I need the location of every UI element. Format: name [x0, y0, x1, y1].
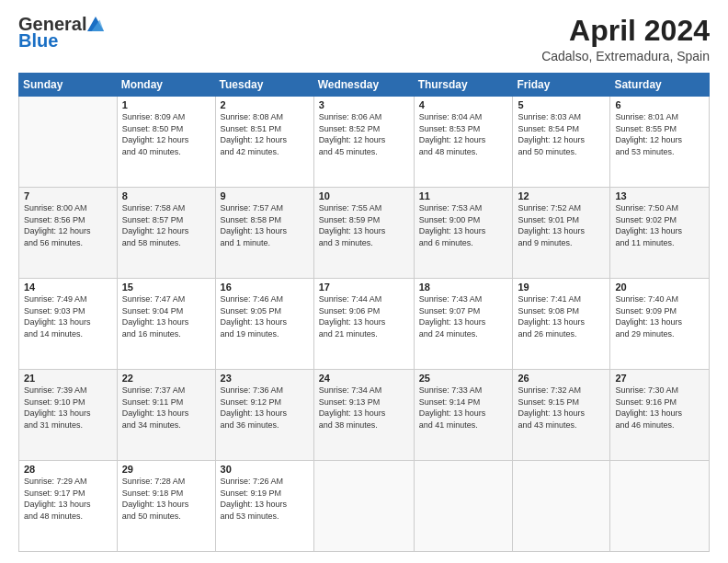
day-info: Sunrise: 8:00 AM Sunset: 8:56 PM Dayligh…	[24, 202, 112, 248]
day-number: 24	[319, 373, 409, 384]
day-info: Sunrise: 8:03 AM Sunset: 8:54 PM Dayligh…	[518, 111, 605, 157]
header-row: SundayMondayTuesdayWednesdayThursdayFrid…	[19, 74, 710, 97]
day-info: Sunrise: 8:08 AM Sunset: 8:51 PM Dayligh…	[221, 111, 309, 157]
day-cell	[610, 461, 710, 552]
day-cell: 24Sunrise: 7:34 AM Sunset: 9:13 PM Dayli…	[313, 370, 414, 461]
day-cell: 3Sunrise: 8:06 AM Sunset: 8:52 PM Daylig…	[313, 97, 414, 188]
day-info: Sunrise: 7:37 AM Sunset: 9:11 PM Dayligh…	[122, 385, 210, 431]
day-cell: 27Sunrise: 7:30 AM Sunset: 9:16 PM Dayli…	[610, 370, 710, 461]
day-number: 13	[615, 190, 704, 201]
day-info: Sunrise: 8:09 AM Sunset: 8:50 PM Dayligh…	[122, 111, 210, 157]
header-day-saturday: Saturday	[610, 74, 710, 97]
logo-blue-text: Blue	[18, 30, 58, 51]
day-info: Sunrise: 8:04 AM Sunset: 8:53 PM Dayligh…	[419, 111, 508, 157]
day-number: 10	[319, 190, 409, 201]
day-info: Sunrise: 7:53 AM Sunset: 9:00 PM Dayligh…	[419, 202, 508, 248]
day-cell: 12Sunrise: 7:52 AM Sunset: 9:01 PM Dayli…	[513, 188, 610, 279]
day-info: Sunrise: 7:50 AM Sunset: 9:02 PM Dayligh…	[615, 202, 704, 248]
day-number: 6	[615, 99, 704, 110]
header-day-sunday: Sunday	[19, 74, 118, 97]
day-info: Sunrise: 7:49 AM Sunset: 9:03 PM Dayligh…	[24, 293, 112, 339]
header-day-tuesday: Tuesday	[215, 74, 313, 97]
day-info: Sunrise: 7:30 AM Sunset: 9:16 PM Dayligh…	[615, 385, 704, 431]
day-cell	[513, 461, 610, 552]
day-cell: 1Sunrise: 8:09 AM Sunset: 8:50 PM Daylig…	[117, 97, 215, 188]
week-row-2: 14Sunrise: 7:49 AM Sunset: 9:03 PM Dayli…	[19, 279, 710, 370]
calendar-subtitle: Cadalso, Extremadura, Spain	[541, 49, 710, 63]
day-number: 5	[518, 99, 605, 110]
day-number: 29	[122, 464, 210, 475]
day-cell: 8Sunrise: 7:58 AM Sunset: 8:57 PM Daylig…	[117, 188, 215, 279]
day-cell: 21Sunrise: 7:39 AM Sunset: 9:10 PM Dayli…	[19, 370, 118, 461]
day-cell: 15Sunrise: 7:47 AM Sunset: 9:04 PM Dayli…	[117, 279, 215, 370]
day-info: Sunrise: 7:29 AM Sunset: 9:17 PM Dayligh…	[24, 476, 112, 522]
day-cell: 26Sunrise: 7:32 AM Sunset: 9:15 PM Dayli…	[513, 370, 610, 461]
day-cell	[414, 461, 513, 552]
day-info: Sunrise: 7:26 AM Sunset: 9:19 PM Dayligh…	[221, 476, 309, 522]
day-cell: 22Sunrise: 7:37 AM Sunset: 9:11 PM Dayli…	[117, 370, 215, 461]
week-row-3: 21Sunrise: 7:39 AM Sunset: 9:10 PM Dayli…	[19, 370, 710, 461]
day-cell: 30Sunrise: 7:26 AM Sunset: 9:19 PM Dayli…	[215, 461, 313, 552]
header-day-thursday: Thursday	[414, 74, 513, 97]
day-cell: 11Sunrise: 7:53 AM Sunset: 9:00 PM Dayli…	[414, 188, 513, 279]
calendar-title: April 2024	[541, 15, 710, 47]
day-cell: 6Sunrise: 8:01 AM Sunset: 8:55 PM Daylig…	[610, 97, 710, 188]
day-number: 28	[24, 464, 112, 475]
day-number: 17	[319, 282, 409, 293]
day-number: 7	[24, 190, 112, 201]
week-row-1: 7Sunrise: 8:00 AM Sunset: 8:56 PM Daylig…	[19, 188, 710, 279]
day-number: 25	[419, 373, 508, 384]
page: General Blue April 2024 Cadalso, Extrema…	[0, 0, 728, 563]
day-cell: 23Sunrise: 7:36 AM Sunset: 9:12 PM Dayli…	[215, 370, 313, 461]
day-info: Sunrise: 7:36 AM Sunset: 9:12 PM Dayligh…	[221, 385, 309, 431]
day-info: Sunrise: 7:55 AM Sunset: 8:59 PM Dayligh…	[319, 202, 409, 248]
day-number: 8	[122, 190, 210, 201]
day-cell: 29Sunrise: 7:28 AM Sunset: 9:18 PM Dayli…	[117, 461, 215, 552]
day-cell: 2Sunrise: 8:08 AM Sunset: 8:51 PM Daylig…	[215, 97, 313, 188]
day-info: Sunrise: 7:43 AM Sunset: 9:07 PM Dayligh…	[419, 293, 508, 339]
day-number: 20	[615, 282, 704, 293]
day-cell: 7Sunrise: 8:00 AM Sunset: 8:56 PM Daylig…	[19, 188, 118, 279]
day-cell: 25Sunrise: 7:33 AM Sunset: 9:14 PM Dayli…	[414, 370, 513, 461]
day-number: 26	[518, 373, 605, 384]
week-row-0: 1Sunrise: 8:09 AM Sunset: 8:50 PM Daylig…	[19, 97, 710, 188]
day-info: Sunrise: 8:06 AM Sunset: 8:52 PM Dayligh…	[319, 111, 409, 157]
day-cell: 17Sunrise: 7:44 AM Sunset: 9:06 PM Dayli…	[313, 279, 414, 370]
day-cell: 16Sunrise: 7:46 AM Sunset: 9:05 PM Dayli…	[215, 279, 313, 370]
day-number: 12	[518, 190, 605, 201]
day-cell: 28Sunrise: 7:29 AM Sunset: 9:17 PM Dayli…	[19, 461, 118, 552]
day-info: Sunrise: 8:01 AM Sunset: 8:55 PM Dayligh…	[615, 111, 704, 157]
header-day-wednesday: Wednesday	[313, 74, 414, 97]
header-day-friday: Friday	[513, 74, 610, 97]
day-info: Sunrise: 7:47 AM Sunset: 9:04 PM Dayligh…	[122, 293, 210, 339]
day-number: 23	[221, 373, 309, 384]
day-info: Sunrise: 7:33 AM Sunset: 9:14 PM Dayligh…	[419, 385, 508, 431]
day-number: 16	[221, 282, 309, 293]
day-cell: 19Sunrise: 7:41 AM Sunset: 9:08 PM Dayli…	[513, 279, 610, 370]
logo: General Blue	[18, 15, 104, 50]
header: General Blue April 2024 Cadalso, Extrema…	[18, 15, 710, 63]
day-number: 27	[615, 373, 704, 384]
day-number: 1	[122, 99, 210, 110]
day-info: Sunrise: 7:58 AM Sunset: 8:57 PM Dayligh…	[122, 202, 210, 248]
header-day-monday: Monday	[117, 74, 215, 97]
day-number: 11	[419, 190, 508, 201]
day-cell: 4Sunrise: 8:04 AM Sunset: 8:53 PM Daylig…	[414, 97, 513, 188]
day-info: Sunrise: 7:40 AM Sunset: 9:09 PM Dayligh…	[615, 293, 704, 339]
day-cell: 20Sunrise: 7:40 AM Sunset: 9:09 PM Dayli…	[610, 279, 710, 370]
day-cell: 5Sunrise: 8:03 AM Sunset: 8:54 PM Daylig…	[513, 97, 610, 188]
day-number: 21	[24, 373, 112, 384]
day-number: 15	[122, 282, 210, 293]
day-info: Sunrise: 7:28 AM Sunset: 9:18 PM Dayligh…	[122, 476, 210, 522]
week-row-4: 28Sunrise: 7:29 AM Sunset: 9:17 PM Dayli…	[19, 461, 710, 552]
title-section: April 2024 Cadalso, Extremadura, Spain	[541, 15, 710, 63]
day-number: 30	[221, 464, 309, 475]
day-number: 9	[221, 190, 309, 201]
day-cell: 14Sunrise: 7:49 AM Sunset: 9:03 PM Dayli…	[19, 279, 118, 370]
day-cell: 9Sunrise: 7:57 AM Sunset: 8:58 PM Daylig…	[215, 188, 313, 279]
day-info: Sunrise: 7:39 AM Sunset: 9:10 PM Dayligh…	[24, 385, 112, 431]
day-info: Sunrise: 7:34 AM Sunset: 9:13 PM Dayligh…	[319, 385, 409, 431]
day-number: 4	[419, 99, 508, 110]
day-cell: 10Sunrise: 7:55 AM Sunset: 8:59 PM Dayli…	[313, 188, 414, 279]
day-info: Sunrise: 7:52 AM Sunset: 9:01 PM Dayligh…	[518, 202, 605, 248]
